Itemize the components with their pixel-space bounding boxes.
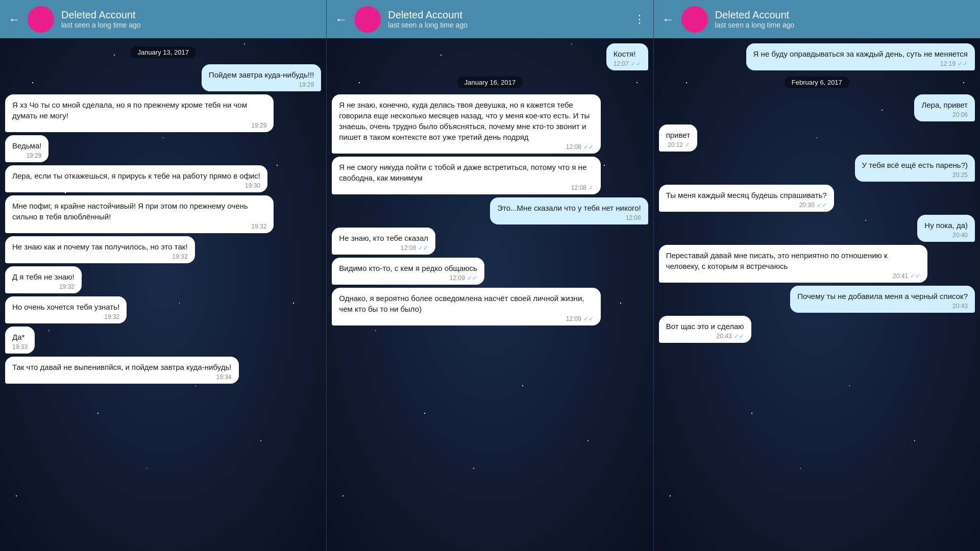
message-text: Переставай давай мне писать, это неприят… (666, 250, 920, 271)
message-text: Так что давай не выпенивпйся, и пойдем з… (12, 362, 232, 372)
message-time: 19:32 (104, 313, 119, 320)
account-status-3: last seen a long time ago (715, 21, 972, 29)
message-time: 20:30 (799, 202, 815, 209)
message-text: Мне пофиг, я крайне настойчивый! Я при э… (12, 201, 266, 222)
message-time: 20:12 (668, 141, 683, 148)
message-text: Однако, я вероятно более осведомлена нас… (339, 293, 593, 314)
avatar-1 (28, 6, 54, 33)
message-text: Ну пока, да) (924, 220, 968, 231)
list-item: Ведьма! 19:29 (5, 135, 48, 162)
message-time: 12:07 (614, 60, 629, 67)
list-item: Лера, если ты откажешься, я прирусь к те… (5, 165, 267, 192)
check-icon: ✓✓ (734, 333, 744, 340)
message-text: Это...Мне сказали что у тебя нет никого! (497, 203, 641, 213)
message-text: Я не знаю, конечно, куда делась твоя дев… (339, 99, 593, 142)
message-text: Видимо кто-то, с кем я редко общаюсь (339, 263, 477, 273)
list-item: Так что давай не выпенивпйся, и пойдем з… (5, 357, 239, 384)
date-badge-2: January 16, 2017 (457, 77, 523, 88)
list-item: Ну пока, да) 20:40 (917, 215, 975, 242)
list-item: Я не знаю, конечно, куда делась твоя дев… (332, 94, 600, 154)
avatar-3 (681, 6, 708, 33)
check-icon: ✓✓ (583, 315, 594, 322)
check-icon: ✓✓ (467, 274, 477, 282)
chat-header-3: ← Deleted Account last seen a long time … (654, 0, 980, 38)
list-item: Видимо кто-то, с кем я редко общаюсь 12:… (332, 258, 484, 285)
message-time: 20:25 (952, 171, 968, 179)
account-name-3: Deleted Account (715, 9, 972, 21)
list-item: Костя! 12:07 ✓✓ (606, 43, 648, 70)
message-text: Вот щас это и сделаю (666, 321, 744, 332)
message-time: 20:43 (717, 333, 732, 340)
account-status-1: last seen a long time ago (61, 21, 318, 29)
back-button-3[interactable]: ← (662, 12, 674, 27)
list-item: Мне пофиг, я крайне настойчивый! Я при э… (5, 195, 274, 233)
header-info-1: Deleted Account last seen a long time ag… (61, 9, 318, 29)
messages-area-1: January 13, 2017 Пойдем завтра куда-нибу… (0, 38, 326, 551)
chat-header-2: ← Deleted Account last seen a long time … (327, 0, 653, 38)
message-time: 20:06 (952, 111, 968, 118)
chat-header-1: ← Deleted Account last seen a long time … (0, 0, 326, 38)
account-name-2: Deleted Account (388, 9, 626, 21)
check-icon: ✓ (589, 184, 594, 191)
message-text: Я хз Чо ты со мной сделала, но я по преж… (12, 99, 266, 121)
back-button-1[interactable]: ← (8, 12, 20, 27)
message-time: 20:40 (952, 232, 968, 239)
avatar-2 (354, 6, 381, 33)
list-item: Но очень хочется тебя узнать! 19:32 (5, 296, 127, 323)
check-icon: ✓✓ (958, 60, 968, 67)
list-item: У тебя всё ещё есть парень?) 20:25 (855, 155, 975, 182)
list-item: Вот щас это и сделаю 20:43 ✓✓ (659, 316, 751, 343)
list-item: Я хз Чо ты со мной сделала, но я по преж… (5, 94, 274, 132)
message-text: Лера, привет (921, 99, 968, 110)
check-icon: ✓ (685, 141, 690, 148)
list-item: Это...Мне сказали что у тебя нет никого!… (490, 197, 648, 224)
message-text: привет (666, 130, 690, 140)
message-time: 12:08 (571, 184, 586, 191)
header-info-3: Deleted Account last seen a long time ag… (715, 9, 972, 29)
account-status-2: last seen a long time ago (388, 21, 626, 29)
message-time: 19:29 (251, 122, 266, 129)
message-text: Лера, если ты откажешься, я прирусь к те… (12, 170, 260, 181)
list-item: Однако, я вероятно более осведомлена нас… (332, 288, 600, 325)
menu-button-2[interactable]: ⋮ (634, 13, 645, 26)
chat-panel-2: ← Deleted Account last seen a long time … (327, 0, 653, 551)
check-icon: ✓✓ (583, 143, 594, 151)
list-item: Я не буду оправдываться за каждый день, … (746, 43, 975, 70)
message-text: Но очень хочется тебя узнать! (12, 302, 119, 312)
list-item: Лера, привет 20:06 (914, 94, 975, 121)
message-text: Костя! (614, 48, 641, 59)
message-text: Пойдем завтра куда-нибудь!!! (209, 69, 314, 80)
message-time: 19:28 (299, 81, 314, 88)
message-time: 12:09 (566, 315, 581, 322)
message-time: 19:34 (216, 373, 231, 381)
message-text: Я не буду оправдываться за каждый день, … (753, 48, 968, 59)
message-text: Не знаю как и почему так получилось, но … (12, 241, 188, 252)
message-time: 20:43 (952, 303, 968, 310)
message-time: 19:30 (245, 182, 260, 189)
list-item: Почему ты не добавила меня а черный спис… (790, 286, 975, 313)
list-item: привет 20:12 ✓ (659, 124, 697, 152)
message-time: 12:08 (401, 244, 416, 252)
message-time: 19:32 (173, 253, 188, 260)
chat-panel-3: ← Deleted Account last seen a long time … (654, 0, 980, 551)
list-item: Ты меня каждый месяц будешь спрашивать? … (659, 185, 834, 212)
message-text: Д я тебя не знаю! (12, 271, 75, 282)
list-item: Пойдем завтра куда-нибудь!!! 19:28 (202, 64, 321, 91)
list-item: Не знаю как и почему так получилось, но … (5, 236, 195, 263)
message-text: У тебя всё ещё есть парень?) (862, 160, 968, 170)
message-text: Ты меня каждый месяц будешь спрашивать? (666, 190, 827, 201)
message-time: 12:08 (566, 143, 581, 151)
message-time: 19:33 (12, 343, 28, 350)
account-name-1: Deleted Account (61, 9, 318, 21)
back-button-2[interactable]: ← (335, 12, 347, 27)
message-time: 19:32 (59, 283, 75, 290)
date-badge-1: January 13, 2017 (130, 46, 195, 58)
list-item: Д я тебя не знаю! 19:32 (5, 266, 82, 293)
message-time: 19:29 (26, 152, 41, 159)
message-text: Не знаю, кто тебе сказал (339, 233, 428, 243)
chat-panel-1: ← Deleted Account last seen a long time … (0, 0, 327, 551)
messages-area-3: Я не буду оправдываться за каждый день, … (654, 38, 980, 551)
messages-area-2: Костя! 12:07 ✓✓ January 16, 2017 Я не зн… (327, 38, 653, 551)
message-time: 12:08 (626, 214, 641, 221)
list-item: Переставай давай мне писать, это неприят… (659, 245, 927, 283)
